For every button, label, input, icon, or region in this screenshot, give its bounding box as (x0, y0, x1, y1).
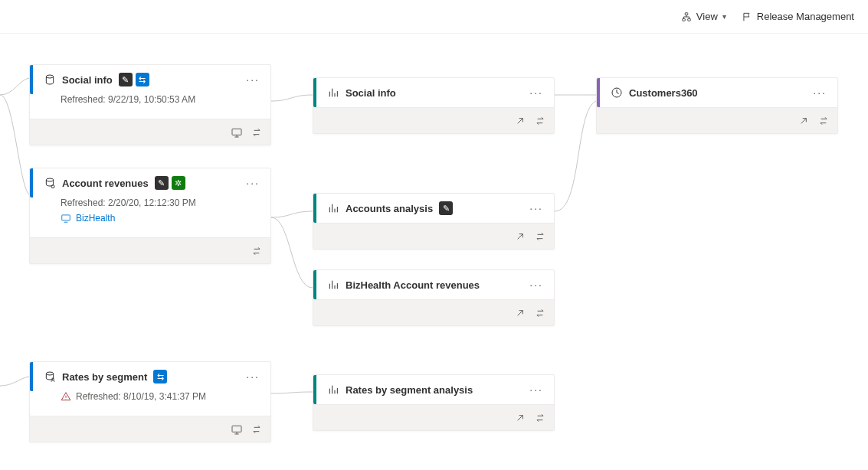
dataset-shared-icon (44, 177, 56, 189)
svg-rect-1 (683, 18, 686, 21)
report-icon (327, 279, 339, 291)
swap-icon[interactable] (251, 126, 263, 139)
more-options-button[interactable]: ··· (246, 177, 260, 189)
report-icon (327, 86, 339, 99)
endorsement-badge-icon: ✎ (439, 201, 453, 215)
more-options-button[interactable]: ··· (246, 370, 260, 383)
refreshed-timestamp: Refreshed: 2/20/20, 12:12:30 PM (61, 197, 257, 208)
swap-icon[interactable] (534, 307, 546, 319)
view-label: View (696, 11, 718, 22)
flag-icon (742, 11, 752, 22)
open-icon[interactable] (514, 307, 526, 319)
endorsement-badge-icon: ✎ (119, 73, 133, 86)
svg-rect-2 (688, 18, 691, 21)
app-icon (611, 86, 623, 99)
report-icon (327, 202, 339, 214)
svg-point-3 (46, 75, 53, 78)
svg-rect-7 (62, 215, 70, 220)
report-title: Accounts analysis (346, 203, 433, 214)
svg-rect-10 (232, 426, 241, 432)
more-options-button[interactable]: ··· (813, 86, 827, 99)
report-title: Rates by segment analysis (346, 384, 473, 396)
svg-rect-0 (685, 12, 688, 15)
explore-icon[interactable] (231, 423, 243, 436)
open-icon[interactable] (514, 412, 526, 424)
report-icon (327, 384, 339, 396)
report-card-bizhealth-account-revenues[interactable]: BizHealth Account revenues ··· (313, 269, 555, 326)
sensitivity-badge-icon: ⇆ (136, 73, 149, 86)
more-options-button[interactable]: ··· (246, 73, 260, 86)
datasource-card-rates-by-segment[interactable]: Rates by segment ⇆ ··· Refreshed: 8/10/1… (29, 361, 271, 442)
app-card-customers360[interactable]: Customers360 ··· (596, 77, 838, 134)
endorsement-badge-icon: ✎ (155, 176, 169, 190)
refreshed-timestamp: Refreshed: 9/22/19, 10:50:53 AM (61, 94, 257, 105)
swap-icon[interactable] (251, 423, 263, 436)
datasource-title: Rates by segment (62, 371, 147, 383)
dataset-icon (44, 73, 56, 86)
refreshed-timestamp-warning: Refreshed: 8/10/19, 3:41:37 PM (61, 391, 257, 402)
lineage-canvas: Social info ✎ ⇆ ··· Refreshed: 9/22/19, … (0, 34, 868, 470)
report-title: BizHealth Account revenues (346, 279, 480, 291)
workspace-link[interactable]: BizHealth (76, 213, 115, 224)
sensitivity-badge-icon: ⇆ (153, 370, 167, 384)
svg-point-5 (46, 178, 53, 181)
report-card-accounts-analysis[interactable]: Accounts analysis ✎ ··· (313, 193, 555, 250)
view-dropdown[interactable]: View ▾ (681, 11, 726, 22)
chevron-down-icon: ▾ (722, 12, 726, 21)
explore-icon[interactable] (231, 126, 243, 139)
report-card-social-info[interactable]: Social info ··· (313, 77, 555, 134)
open-icon[interactable] (514, 230, 526, 243)
workspace-icon (61, 213, 71, 224)
datasource-card-account-revenues[interactable]: Account revenues ✎ ✲ ··· Refreshed: 2/20… (29, 168, 271, 264)
svg-rect-4 (232, 129, 241, 135)
datasource-title: Account revenues (62, 178, 149, 189)
more-options-button[interactable]: ··· (529, 202, 543, 214)
swap-icon[interactable] (534, 115, 546, 127)
more-options-button[interactable]: ··· (529, 384, 543, 396)
report-title: Social info (346, 87, 396, 99)
open-icon[interactable] (798, 115, 810, 127)
release-management-button[interactable]: Release Management (742, 11, 854, 22)
warning-icon (61, 391, 71, 402)
release-label: Release Management (757, 11, 854, 22)
report-card-rates-by-segment-analysis[interactable]: Rates by segment analysis ··· (313, 374, 555, 431)
more-options-button[interactable]: ··· (529, 86, 543, 99)
datasource-title: Social info (62, 74, 113, 86)
swap-icon[interactable] (534, 230, 546, 243)
datasource-card-social-info[interactable]: Social info ✎ ⇆ ··· Refreshed: 9/22/19, … (29, 64, 271, 145)
swap-icon[interactable] (817, 115, 830, 127)
more-options-button[interactable]: ··· (529, 279, 543, 291)
open-icon[interactable] (514, 115, 526, 127)
dataset-user-icon (44, 370, 56, 383)
tree-icon (681, 11, 692, 22)
swap-icon[interactable] (534, 412, 546, 424)
workspace-link-row: BizHealth (61, 213, 257, 224)
toolbar: View ▾ Release Management (0, 0, 868, 34)
svg-point-8 (46, 372, 53, 375)
swap-icon[interactable] (251, 245, 263, 257)
app-title: Customers360 (629, 87, 698, 99)
certified-badge-icon: ✲ (172, 176, 185, 190)
